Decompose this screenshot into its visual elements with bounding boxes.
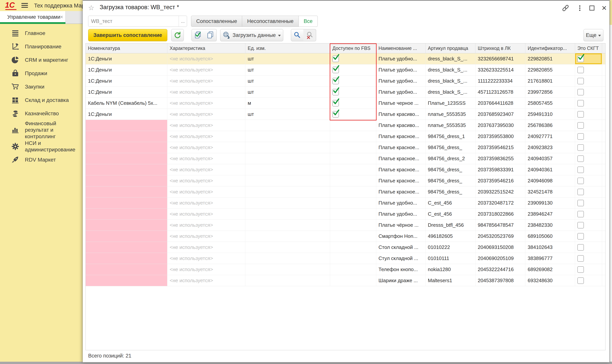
cell-skgt[interactable] [575, 275, 602, 286]
column-header[interactable]: Это СКГТ [575, 43, 602, 53]
cell-unit[interactable] [245, 120, 330, 131]
checkbox-unchecked[interactable] [577, 200, 584, 206]
cell-skgt[interactable] [575, 76, 602, 87]
cell-barcode[interactable]: 2037637395030 [476, 120, 525, 131]
cell-fbs-available[interactable] [330, 220, 376, 231]
cell-identifier[interactable]: 240946098 [525, 175, 575, 186]
cell-fbs-available[interactable] [330, 142, 376, 153]
checkbox-checked[interactable] [333, 67, 339, 73]
cell-characteristic[interactable]: <не используется> [167, 208, 245, 220]
cell-name[interactable]: Платье удобно... [376, 208, 426, 220]
cell-seller-article[interactable]: C_est_456 [426, 197, 476, 208]
cell-seller-article[interactable]: nokia1280 [426, 264, 476, 275]
cell-characteristic[interactable]: <не используется> [167, 242, 245, 253]
cell-nomenclature[interactable] [86, 208, 167, 220]
cell-seller-article[interactable]: dress_black_S_... [426, 87, 476, 98]
check-all-button[interactable] [191, 29, 204, 41]
cell-name[interactable]: Платье красиво... [376, 120, 426, 131]
cell-nomenclature[interactable] [86, 153, 167, 164]
sidebar-item[interactable]: Планирование [0, 40, 83, 53]
cell-characteristic[interactable]: <не используется> [167, 175, 245, 186]
checkbox-checked[interactable] [333, 111, 339, 117]
cell-name[interactable]: Платье удобно... [376, 53, 426, 65]
cell-barcode[interactable]: 2037318022866 [476, 208, 525, 220]
cell-nomenclature[interactable] [86, 220, 167, 231]
cell-fbs-available[interactable] [330, 186, 376, 197]
cell-identifier[interactable]: 258057455 [525, 98, 575, 109]
cell-characteristic[interactable]: <не используется> [167, 120, 245, 131]
checkbox-unchecked[interactable] [577, 111, 584, 117]
cell-unit[interactable] [245, 164, 330, 175]
cell-barcode[interactable]: 2045320523769 [476, 231, 525, 242]
cell-fbs-available[interactable] [330, 208, 376, 220]
cell-fbs-available[interactable] [330, 264, 376, 275]
cell-seller-article[interactable]: 984756_dress_ [426, 142, 476, 153]
cell-seller-article[interactable]: 496182605 [426, 231, 476, 242]
cell-characteristic[interactable]: <не используется> [167, 109, 245, 120]
cell-identifier[interactable]: 689269082 [525, 264, 575, 275]
search-button[interactable] [291, 29, 304, 41]
cell-identifier[interactable]: 240923823 [525, 142, 575, 153]
cell-name[interactable]: Платье черное ... [376, 98, 426, 109]
sidebar-item[interactable]: Склад и доставка [0, 93, 83, 107]
uncheck-all-button[interactable] [204, 29, 217, 41]
checkbox-checked[interactable] [333, 100, 339, 106]
cell-name[interactable]: Платье удобно... [376, 65, 426, 76]
cell-seller-article[interactable]: платье_5553535 [426, 109, 476, 120]
cell-seller-article[interactable]: 984756_dress_ [426, 175, 476, 186]
cell-fbs-available[interactable] [330, 53, 376, 65]
checkbox-unchecked[interactable] [577, 277, 584, 284]
cancel-search-button[interactable] [303, 29, 316, 41]
cell-characteristic[interactable]: <не используется> [167, 87, 245, 98]
cell-skgt[interactable] [575, 208, 602, 220]
cell-barcode[interactable]: 1111222233334 [476, 76, 525, 87]
cell-barcode[interactable]: 2037359546215 [476, 142, 525, 153]
checkbox-unchecked[interactable] [577, 100, 584, 106]
cell-skgt[interactable] [575, 131, 602, 142]
filter-button[interactable]: Все [299, 16, 318, 27]
cell-nomenclature[interactable] [86, 186, 167, 197]
sidebar-item[interactable]: НСИ и администрирование [0, 140, 83, 153]
cell-characteristic[interactable]: <не используется> [167, 53, 245, 65]
cell-fbs-available[interactable] [330, 175, 376, 186]
tab-close-icon[interactable]: × [60, 14, 63, 20]
cell-skgt[interactable] [575, 65, 602, 76]
cell-nomenclature[interactable] [86, 142, 167, 153]
column-header[interactable]: Характеристика [167, 43, 245, 53]
cell-skgt[interactable] [575, 175, 602, 186]
cell-identifier[interactable]: 238482330 [525, 220, 575, 231]
cell-name[interactable]: Телефон кнопо... [376, 264, 426, 275]
cell-identifier[interactable]: 324521478 [525, 186, 575, 197]
checkbox-unchecked[interactable] [577, 222, 584, 228]
cell-identifier[interactable]: 240940361 [525, 164, 575, 175]
cell-name[interactable]: Платье красное... [376, 153, 426, 164]
cell-fbs-available[interactable] [330, 242, 376, 253]
sidebar-item[interactable]: CRM и маркетинг [0, 53, 83, 67]
cell-nomenclature[interactable] [86, 275, 167, 286]
maximize-button[interactable] [587, 3, 597, 13]
cell-unit[interactable] [245, 253, 330, 264]
checkbox-unchecked[interactable] [577, 78, 584, 84]
cell-fbs-available[interactable] [330, 131, 376, 142]
cell-unit[interactable] [245, 242, 330, 253]
cell-seller-article[interactable]: dress_black_S_... [426, 76, 476, 87]
cell-barcode[interactable]: 2045387397808 [476, 275, 525, 286]
cell-name[interactable]: Шарики драже ... [376, 275, 426, 286]
checkbox-unchecked[interactable] [577, 122, 584, 129]
close-button[interactable]: ✕ [599, 3, 609, 13]
cell-unit[interactable]: м [245, 98, 330, 109]
cell-nomenclature[interactable]: 1С:Деньги [86, 65, 167, 76]
cell-unit[interactable] [245, 208, 330, 220]
cell-characteristic[interactable]: <не используется> [167, 65, 245, 76]
cell-seller-article[interactable]: C_est_456 [426, 208, 476, 220]
more-button[interactable]: Еще [584, 29, 603, 41]
cell-skgt[interactable] [575, 142, 602, 153]
cell-skgt[interactable] [575, 231, 602, 242]
cell-nomenclature[interactable]: 1С:Деньги [86, 109, 167, 120]
cell-characteristic[interactable]: <не используется> [167, 264, 245, 275]
cell-name[interactable]: Стул складной ... [376, 253, 426, 264]
cell-barcode[interactable]: 2040690205109 [476, 253, 525, 264]
cell-fbs-available[interactable] [330, 76, 376, 87]
sidebar-item[interactable]: RDV Маркет [0, 153, 83, 167]
sidebar-item[interactable]: Казначейство [0, 107, 83, 120]
